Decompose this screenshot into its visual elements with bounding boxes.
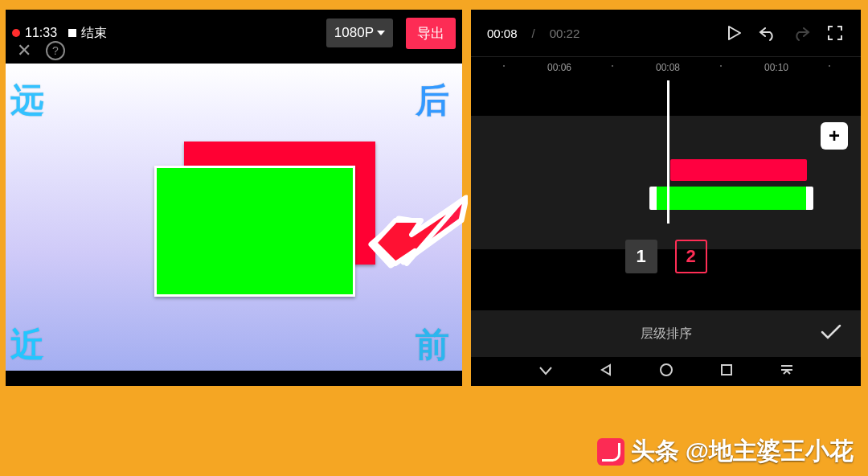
redo-icon [792,23,811,43]
svg-point-0 [661,364,672,375]
editor-topbar: 00:08 / 00:22 [471,10,861,56]
timeline[interactable]: + 1 2 [471,80,861,249]
nav-down-icon[interactable] [538,364,553,379]
add-clip-button[interactable]: + [821,122,848,150]
ruler-tick: 00:10 [764,62,788,73]
time-total: 00:22 [550,27,580,40]
stop-icon[interactable] [68,29,76,37]
layer-order-picker: 1 2 [471,228,861,285]
nav-back-icon[interactable] [600,363,612,380]
watermark-caption: 头条 @地主婆王小花 [597,435,854,468]
android-navbar [471,357,861,386]
toutiao-logo-icon [597,438,624,466]
end-label[interactable]: 结束 [81,25,107,42]
time-current: 00:08 [487,27,518,40]
resolution-value: 1080P [334,25,374,41]
chevron-down-icon [377,31,385,35]
preview-layer-green[interactable] [154,166,355,297]
play-icon[interactable] [724,23,743,43]
close-help-row: ✕ ? [17,40,65,61]
preview-topbar: 11:33 结束 1080P 导出 [6,10,462,56]
time-separator: / [532,27,535,40]
help-icon[interactable]: ? [46,41,65,60]
ruler-tick: 00:06 [547,62,571,73]
undo-icon[interactable] [758,23,777,43]
watermark-handle: @地主婆王小花 [686,435,854,468]
corner-label-back: 后 [416,78,451,123]
layer-sort-label: 层级排序 [641,326,692,343]
clip-green[interactable] [649,187,813,210]
editor-panel: 00:08 / 00:22 00:06 00:08 00:10 + 1 2 [471,10,861,386]
nav-menu-icon[interactable] [780,364,794,379]
watermark-brand: 头条 [631,435,679,468]
layer-order-2[interactable]: 2 [675,240,707,273]
recording-time: 11:33 [25,26,57,40]
corner-label-near: 近 [10,322,46,367]
confirm-icon[interactable] [821,324,841,343]
svg-rect-1 [722,365,731,375]
annotation-arrow-icon [363,188,468,277]
ruler-tick: 00:08 [656,62,680,73]
resolution-dropdown[interactable]: 1080P [326,18,393,47]
nav-home-icon[interactable] [659,363,674,380]
playhead[interactable] [667,80,669,224]
close-icon[interactable]: ✕ [17,40,31,61]
clip-red[interactable] [670,159,807,181]
timeline-ruler[interactable]: 00:06 00:08 00:10 [471,56,861,80]
nav-recents-icon[interactable] [720,363,733,380]
layer-sort-bar: 层级排序 [471,310,861,357]
export-button[interactable]: 导出 [406,18,456,49]
layer-order-1[interactable]: 1 [625,240,657,273]
corner-label-far: 远 [10,78,46,123]
recording-dot-icon [12,29,20,37]
preview-panel: 11:33 结束 1080P 导出 ✕ ? 远 后 近 前 [6,10,462,386]
corner-label-front: 前 [416,322,451,367]
fullscreen-icon[interactable] [825,23,845,43]
preview-canvas[interactable]: 远 后 近 前 [6,64,462,371]
